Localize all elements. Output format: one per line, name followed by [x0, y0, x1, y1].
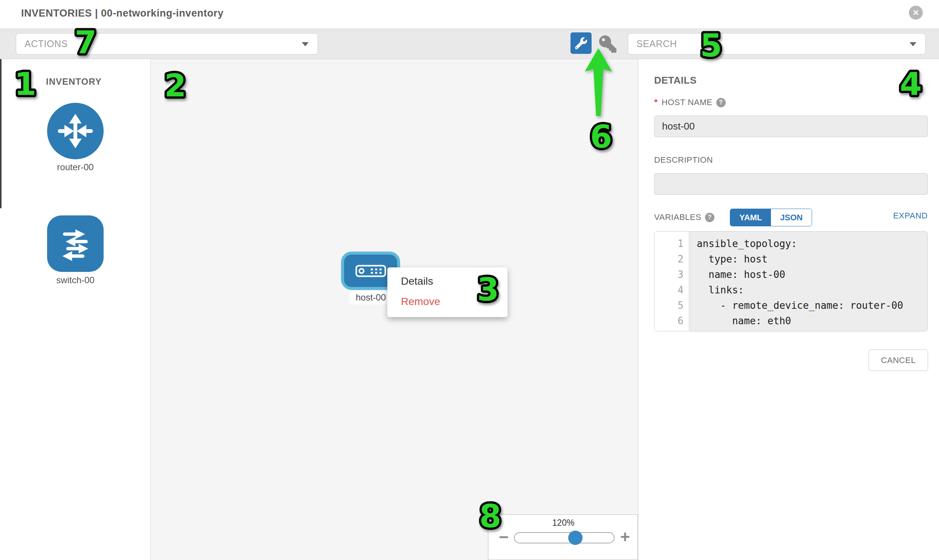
code-line: name: eth0 — [697, 313, 927, 329]
code-line: name: host-00 — [697, 267, 927, 282]
code-gutter: 1 2 3 4 5 6 7 — [655, 232, 689, 331]
line-number: 7 — [655, 329, 689, 331]
line-number: 4 — [655, 282, 689, 298]
host-icon — [355, 265, 386, 277]
variables-label-row: VARIABLES ? — [654, 212, 714, 222]
switch-label: switch-00 — [0, 275, 151, 285]
expand-link[interactable]: EXPAND — [852, 211, 928, 221]
header: INVENTORIES | 00-networking-inventory ✕ — [0, 0, 939, 29]
description-label: DESCRIPTION — [654, 155, 713, 165]
cancel-button[interactable]: CANCEL — [868, 349, 928, 371]
line-number: 1 — [655, 236, 689, 252]
host-name-input[interactable] — [654, 115, 928, 137]
wrench-icon — [575, 37, 587, 49]
help-icon[interactable]: ? — [705, 213, 714, 222]
code-area: ansible_topology: type: host name: host-… — [689, 232, 927, 331]
chevron-down-icon — [302, 42, 308, 46]
zoom-widget: 120% − + — [488, 514, 638, 560]
tools-button[interactable] — [570, 32, 592, 54]
zoom-level-value: 120% — [488, 518, 638, 528]
zoom-in-button[interactable]: + — [620, 528, 630, 546]
canvas-node-label: host-00 — [350, 291, 392, 304]
zoom-out-button[interactable]: − — [499, 528, 509, 546]
code-line: - remote_device_name: router-00 — [697, 298, 927, 313]
code-line: remote_interface_name: eth0 — [697, 329, 927, 331]
json-toggle-button[interactable]: JSON — [771, 209, 812, 226]
router-label: router-00 — [0, 162, 151, 172]
key-icon — [599, 35, 617, 53]
description-label-row: DESCRIPTION — [654, 155, 713, 165]
help-icon[interactable]: ? — [716, 98, 726, 107]
host-name-label-row: * HOST NAME ? — [654, 97, 726, 108]
panel-edge-divider — [0, 59, 2, 208]
context-menu-item-details[interactable]: Details — [387, 271, 507, 291]
app-root: INVENTORIES | 00-networking-inventory ✕ … — [0, 0, 939, 560]
yaml-toggle-button[interactable]: YAML — [730, 209, 771, 226]
line-number: 2 — [655, 252, 689, 267]
code-line: ansible_topology: — [697, 236, 927, 252]
search-dropdown[interactable]: SEARCH — [628, 33, 926, 55]
line-number: 3 — [655, 267, 689, 282]
switch-icon — [55, 223, 96, 265]
page-title: INVENTORIES | 00-networking-inventory — [21, 8, 224, 19]
line-number: 6 — [655, 313, 689, 329]
chevron-down-icon — [910, 42, 916, 46]
search-dropdown-label: SEARCH — [637, 38, 677, 49]
router-icon — [54, 110, 96, 152]
key-button[interactable] — [599, 35, 617, 53]
host-name-label: HOST NAME — [661, 97, 712, 107]
actions-dropdown-label: ACTIONS — [25, 38, 68, 49]
context-menu-item-remove[interactable]: Remove — [387, 291, 507, 312]
zoom-slider-track[interactable] — [514, 532, 615, 543]
line-number: 5 — [655, 298, 689, 313]
inventory-item-router[interactable] — [47, 103, 103, 159]
variables-code-editor[interactable]: 1 2 3 4 5 6 7 ansible_topology: type: ho… — [654, 231, 928, 331]
actions-dropdown[interactable]: ACTIONS — [16, 33, 318, 55]
variables-format-toggle: YAML JSON — [730, 209, 812, 226]
code-line: links: — [697, 282, 927, 298]
close-icon[interactable]: ✕ — [909, 6, 923, 20]
inventory-panel-title: INVENTORY — [46, 77, 102, 87]
code-line: type: host — [697, 252, 927, 267]
required-asterisk: * — [654, 97, 658, 108]
inventory-item-switch[interactable] — [47, 215, 103, 272]
zoom-slider-thumb[interactable] — [568, 531, 583, 545]
context-menu: Details Remove — [387, 268, 507, 317]
variables-label: VARIABLES — [654, 212, 701, 222]
description-input[interactable] — [654, 173, 928, 195]
details-panel-title: DETAILS — [654, 75, 697, 86]
